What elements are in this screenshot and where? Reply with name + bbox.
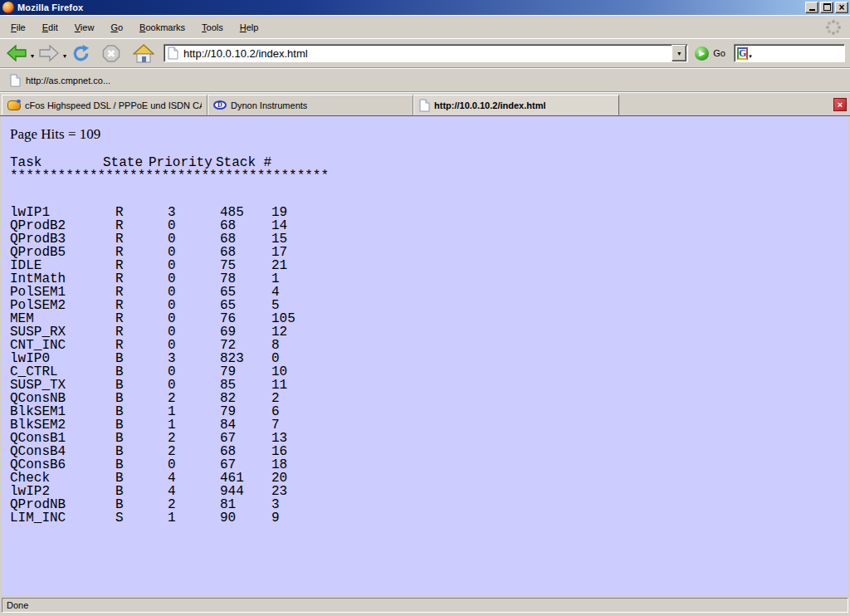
- back-dropdown-icon[interactable]: ▾: [31, 52, 34, 60]
- page-hits-text: Page Hits = 109: [10, 126, 848, 143]
- forward-dropdown-icon[interactable]: ▾: [63, 52, 66, 60]
- back-button[interactable]: [5, 43, 28, 63]
- table-row: QProdB3 R 0 68 15: [10, 232, 848, 246]
- table-row: QProdB2 R 0 68 14: [10, 219, 848, 232]
- go-icon: ▶: [695, 46, 709, 61]
- table-row: BlkSEM2 B 1 84 7: [10, 418, 848, 432]
- menu-help[interactable]: Help: [234, 20, 265, 35]
- table-row: lwIP1 R 3 485 19: [10, 206, 848, 219]
- table-row: BlkSEM1 B 1 79 6: [10, 405, 848, 418]
- task-table: Task State Priority Stack # ************…: [10, 156, 848, 525]
- reload-icon: [71, 44, 91, 63]
- task-table-separator: ****************************************: [10, 169, 848, 183]
- table-row: QProdNB B 2 81 3: [10, 498, 848, 511]
- table-row: IntMath R 0 78 1: [10, 272, 848, 286]
- table-row: lwIP0 B 3 823 0: [10, 352, 848, 365]
- tab-cfos[interactable]: cFos Highspeed DSL / PPPoE und ISDN CAP.…: [2, 95, 208, 115]
- home-button[interactable]: [132, 43, 155, 64]
- header-state: State: [103, 156, 143, 169]
- close-icon: ×: [838, 2, 844, 12]
- table-row: PolSEM1 R 0 65 4: [10, 286, 848, 299]
- table-row: C_CTRL B 0 79 10: [10, 365, 848, 379]
- cfos-icon: [7, 100, 21, 110]
- page-icon: [419, 99, 430, 112]
- header-stack: Stack #: [216, 156, 271, 169]
- stop-button[interactable]: [100, 43, 122, 64]
- task-table-rows: lwIP1 R 3 485 19 QProdB2 R 0 68 14 QProd…: [10, 206, 848, 525]
- minimize-button[interactable]: [805, 2, 818, 13]
- minimize-icon: [809, 9, 815, 11]
- task-table-header: Task State Priority Stack #: [10, 156, 848, 169]
- table-row: QProdB5 R 0 68 17: [10, 246, 848, 259]
- window-title: Mozilla Firefox: [17, 2, 83, 12]
- search-input[interactable]: [752, 46, 850, 61]
- tab-dynon[interactable]: D Dynon Instruments: [208, 95, 413, 115]
- browser-window: Mozilla Firefox × File Edit View Go Book…: [0, 0, 850, 616]
- table-row: Check B 4 461 20: [10, 472, 848, 485]
- status-bar: Done: [0, 595, 850, 616]
- table-row: QConsB6 B 0 67 18: [10, 458, 848, 472]
- tab-bar: cFos Highspeed DSL / PPPoE und ISDN CAP.…: [0, 92, 850, 116]
- table-row: MEM R 0 76 105: [10, 312, 848, 325]
- home-icon: [133, 44, 154, 63]
- search-box[interactable]: G ▾: [734, 44, 845, 62]
- menu-edit[interactable]: Edit: [37, 20, 64, 35]
- page-icon: [10, 74, 21, 87]
- table-row: IDLE R 0 75 21: [10, 259, 848, 272]
- tab-label: http://10.0.10.2/index.html: [434, 100, 545, 110]
- reload-button[interactable]: [70, 43, 92, 64]
- menu-file[interactable]: File: [5, 20, 32, 35]
- table-row: PolSEM2 R 0 65 5: [10, 299, 848, 312]
- menu-bar: File Edit View Go Bookmarks Tools Help: [0, 15, 850, 38]
- restore-button[interactable]: [820, 2, 833, 13]
- forward-arrow-icon: [38, 44, 60, 62]
- menu-view[interactable]: View: [69, 20, 100, 35]
- table-row: LIM_INC S 1 90 9: [10, 511, 848, 525]
- throbber-icon: [825, 19, 842, 36]
- back-arrow-icon: [6, 44, 27, 62]
- page-content: Page Hits = 109 Task State Priority Stac…: [0, 116, 850, 595]
- menu-go[interactable]: Go: [105, 20, 129, 35]
- go-label: Go: [713, 48, 725, 58]
- forward-button[interactable]: [37, 43, 61, 63]
- table-row: lwIP2 B 4 944 23: [10, 485, 848, 498]
- table-row: CNT_INC R 0 72 8: [10, 339, 848, 352]
- table-row: SUSP_TX B 0 85 11: [10, 379, 848, 392]
- menu-tools[interactable]: Tools: [196, 20, 229, 35]
- menu-bookmarks[interactable]: Bookmarks: [134, 20, 191, 35]
- bookmarks-bar: http://as.cmpnet.co...: [0, 68, 850, 92]
- header-priority: Priority: [149, 156, 212, 169]
- table-row: QConsB4 B 2 68 16: [10, 445, 848, 458]
- header-task: Task: [10, 156, 42, 169]
- table-row: SUSP_RX R 0 69 12: [10, 325, 848, 339]
- bookmark-label: http://as.cmpnet.co...: [26, 76, 110, 86]
- tab-index-active[interactable]: http://10.0.10.2/index.html: [413, 95, 619, 115]
- close-tab-button[interactable]: ×: [833, 98, 847, 111]
- go-button[interactable]: ▶ Go: [695, 46, 725, 61]
- firefox-icon: [2, 2, 14, 13]
- close-button[interactable]: ×: [835, 2, 848, 13]
- tab-label: cFos Highspeed DSL / PPPoE und ISDN CAP.…: [25, 100, 202, 110]
- url-dropdown-button[interactable]: ▾: [672, 45, 686, 61]
- title-bar: Mozilla Firefox ×: [0, 0, 850, 15]
- url-bar[interactable]: ▾: [164, 44, 688, 62]
- page-icon: [168, 46, 178, 60]
- tab-label: Dynon Instruments: [231, 100, 307, 110]
- table-row: QConsB1 B 2 67 13: [10, 432, 848, 445]
- url-input[interactable]: [182, 47, 672, 60]
- dynon-icon: D: [213, 100, 227, 110]
- navigation-toolbar: ▾ ▾: [0, 38, 850, 68]
- table-row: QConsNB B 2 82 2: [10, 392, 848, 405]
- google-icon: G: [737, 47, 748, 60]
- restore-icon: [823, 3, 831, 11]
- status-text: Done: [2, 598, 848, 613]
- stop-icon: [101, 44, 121, 63]
- bookmark-item[interactable]: http://as.cmpnet.co...: [7, 72, 114, 89]
